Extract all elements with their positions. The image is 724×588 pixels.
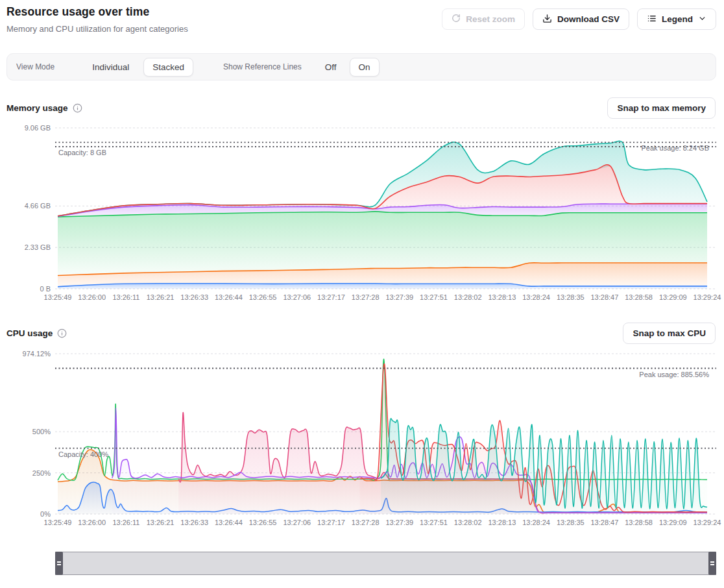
svg-text:Capacity: 8 GB: Capacity: 8 GB (58, 149, 106, 156)
svg-text:13:26:44: 13:26:44 (215, 519, 243, 526)
download-csv-button[interactable]: Download CSV (533, 8, 629, 30)
memory-chart-svg: 9.06 GB4.66 GB2.33 GB0 B13:25:4913:26:00… (0, 120, 724, 310)
svg-text:13:27:39: 13:27:39 (385, 519, 413, 526)
cpu-section-header: CPU usage Snap to max CPU (6, 323, 716, 344)
svg-text:13:27:51: 13:27:51 (420, 293, 448, 301)
memory-series (58, 141, 707, 289)
header-actions: Reset zoom Download CSV Legend (442, 8, 716, 30)
cpu-chart-svg: 974.12%500%250%0%13:25:4913:26:0013:26:1… (0, 347, 724, 534)
memory-chart[interactable]: 9.06 GB4.66 GB2.33 GB0 B13:25:4913:26:00… (0, 120, 724, 310)
legend-button[interactable]: Legend (637, 8, 716, 30)
svg-text:13:26:00: 13:26:00 (78, 293, 106, 301)
view-mode-stacked[interactable]: Stacked (143, 58, 193, 77)
svg-text:13:25:49: 13:25:49 (44, 519, 72, 526)
svg-text:13:28:02: 13:28:02 (454, 293, 482, 301)
cpu-section-title: CPU usage (6, 328, 53, 338)
svg-text:13:26:11: 13:26:11 (112, 519, 139, 526)
svg-text:13:28:58: 13:28:58 (625, 293, 653, 301)
svg-text:13:26:33: 13:26:33 (180, 293, 208, 301)
svg-text:13:27:06: 13:27:06 (283, 293, 311, 301)
svg-text:13:29:09: 13:29:09 (659, 519, 687, 526)
svg-text:13:27:39: 13:27:39 (385, 293, 413, 301)
svg-text:13:27:28: 13:27:28 (352, 293, 380, 301)
reference-lines-on[interactable]: On (350, 58, 380, 77)
cpu-chart[interactable]: 974.12%500%250%0%13:25:4913:26:0013:26:1… (0, 347, 724, 534)
download-icon (542, 14, 552, 25)
svg-text:0%: 0% (40, 510, 51, 518)
x-axis-labels: 13:25:4913:26:0013:26:1113:26:2113:26:33… (44, 293, 721, 301)
svg-text:13:27:51: 13:27:51 (420, 519, 448, 526)
reference-lines-off[interactable]: Off (316, 58, 346, 77)
svg-text:13:29:24: 13:29:24 (694, 519, 721, 526)
page-subtitle: Memory and CPU utilization for agent cat… (6, 24, 188, 34)
brush-handle-left[interactable] (55, 552, 63, 575)
snap-to-max-cpu-button[interactable]: Snap to max CPU (623, 323, 716, 344)
svg-text:13:26:00: 13:26:00 (78, 519, 106, 526)
svg-text:13:29:24: 13:29:24 (694, 293, 721, 301)
svg-text:9.06 GB: 9.06 GB (25, 124, 51, 132)
svg-text:13:26:21: 13:26:21 (147, 293, 175, 301)
page-title: Resource usage over time (6, 5, 149, 19)
svg-text:13:26:11: 13:26:11 (112, 293, 139, 301)
info-icon[interactable] (73, 103, 82, 113)
svg-text:13:28:24: 13:28:24 (522, 519, 550, 526)
svg-text:500%: 500% (32, 428, 51, 435)
svg-text:Capacity: 400%: Capacity: 400% (58, 450, 108, 458)
svg-text:13:26:55: 13:26:55 (249, 293, 277, 301)
svg-text:974.12%: 974.12% (23, 350, 51, 358)
memory-section-header: Memory usage Snap to max memory (6, 97, 716, 119)
svg-text:13:28:13: 13:28:13 (488, 519, 516, 526)
memory-section-title: Memory usage (6, 103, 68, 113)
svg-text:13:28:13: 13:28:13 (488, 293, 516, 301)
svg-text:13:29:09: 13:29:09 (659, 293, 687, 301)
show-reference-lines-label: Show Reference Lines (223, 62, 302, 71)
reset-zoom-button[interactable]: Reset zoom (442, 8, 525, 30)
time-range-brush[interactable] (55, 552, 716, 575)
svg-text:13:25:49: 13:25:49 (44, 293, 72, 301)
refresh-icon (452, 14, 461, 25)
svg-text:13:26:55: 13:26:55 (249, 519, 277, 526)
view-controls-bar: View Mode Individual Stacked Show Refere… (6, 53, 716, 80)
x-axis-labels: 13:25:4913:26:0013:26:1113:26:2113:26:33… (44, 519, 721, 526)
grip-icon (710, 561, 714, 563)
svg-text:13:26:44: 13:26:44 (215, 293, 243, 301)
svg-text:13:28:47: 13:28:47 (590, 519, 618, 526)
view-mode-individual[interactable]: Individual (83, 58, 138, 77)
svg-text:13:27:17: 13:27:17 (317, 519, 345, 526)
svg-text:13:27:17: 13:27:17 (317, 293, 345, 301)
snap-to-max-memory-button[interactable]: Snap to max memory (607, 97, 716, 119)
svg-text:13:28:02: 13:28:02 (454, 519, 482, 526)
grip-icon (57, 561, 61, 563)
svg-text:13:28:47: 13:28:47 (590, 293, 618, 301)
brush-handle-right[interactable] (708, 552, 716, 575)
svg-text:250%: 250% (32, 469, 51, 477)
svg-text:2.33 GB: 2.33 GB (25, 243, 51, 251)
svg-text:Peak usage: 8.24 GB: Peak usage: 8.24 GB (641, 144, 709, 152)
svg-text:13:26:33: 13:26:33 (180, 519, 208, 526)
svg-text:0 B: 0 B (40, 285, 51, 293)
view-mode-label: View Mode (16, 62, 54, 71)
list-icon (647, 14, 657, 25)
svg-text:13:28:58: 13:28:58 (625, 519, 653, 526)
svg-text:13:27:06: 13:27:06 (283, 519, 311, 526)
chevron-down-icon (698, 14, 706, 25)
svg-text:13:26:21: 13:26:21 (147, 519, 175, 526)
svg-text:13:28:35: 13:28:35 (557, 519, 585, 526)
svg-text:13:27:28: 13:27:28 (352, 519, 380, 526)
svg-text:4.66 GB: 4.66 GB (25, 202, 51, 210)
svg-text:Peak usage: 885.56%: Peak usage: 885.56% (639, 371, 709, 378)
svg-text:13:28:24: 13:28:24 (522, 293, 550, 301)
info-icon[interactable] (57, 328, 67, 338)
cpu-series (58, 359, 707, 514)
svg-text:13:28:35: 13:28:35 (557, 293, 585, 301)
